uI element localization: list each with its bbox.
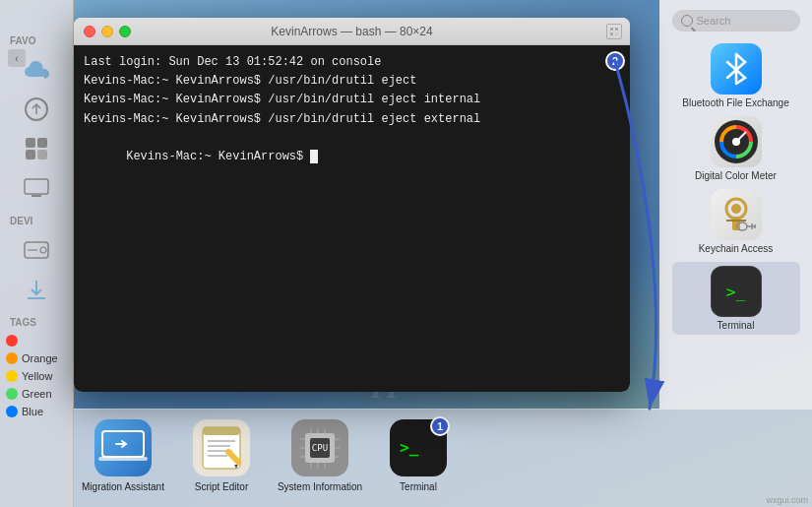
devices-label: Devi [0, 216, 32, 226]
apps-icon [24, 136, 49, 161]
svg-rect-14 [615, 32, 618, 35]
colorimeter-label: Digital Color Meter [695, 170, 777, 181]
tag-blue[interactable]: Blue [0, 405, 73, 418]
favorites-label: Favo [0, 35, 35, 46]
tag-dot-orange [6, 352, 18, 364]
colorimeter-icon [711, 116, 762, 167]
svg-rect-12 [615, 28, 618, 31]
svg-rect-6 [31, 195, 41, 197]
svg-rect-31 [203, 427, 240, 435]
terminal-line-1: Last login: Sun Dec 13 01:52:42 on conso… [84, 53, 620, 72]
dock-item-migration[interactable]: Migration Assistant [74, 413, 172, 497]
dock-item-sysinfo[interactable]: CPU System Information [271, 413, 369, 497]
badge-2: 2 [605, 51, 625, 71]
svg-rect-1 [26, 138, 35, 148]
tag-red[interactable] [0, 334, 73, 348]
app-entry-terminal-panel[interactable]: >_ Terminal [672, 262, 800, 335]
terminal-titlebar: KevinArrows — bash — 80×24 [74, 18, 630, 45]
terminal-panel-label: Terminal [718, 320, 755, 331]
disk-icon [24, 239, 49, 261]
svg-rect-4 [37, 150, 47, 159]
tag-green-label: Green [22, 388, 52, 400]
svg-rect-13 [610, 32, 613, 35]
svg-point-8 [40, 247, 46, 253]
search-icon [681, 15, 693, 27]
keychain-icon [711, 189, 762, 240]
terminal-body[interactable]: Last login: Sun Dec 13 01:52:42 on conso… [74, 45, 630, 392]
downloads-icon [24, 277, 49, 302]
maximize-button[interactable] [119, 26, 131, 37]
svg-rect-3 [26, 150, 35, 159]
minimize-button[interactable] [101, 26, 113, 37]
airdrop-icon [24, 96, 49, 122]
sidebar-item-downloads[interactable] [12, 272, 61, 307]
terminal-window: KevinArrows — bash — 80×24 Last login: S… [74, 18, 630, 392]
cloud-icon [23, 60, 50, 80]
traffic-lights [84, 26, 131, 37]
terminal-dock-label: Terminal [400, 481, 437, 492]
svg-text:CPU: CPU [312, 443, 328, 453]
tag-dot-red [6, 335, 18, 347]
tag-yellow-label: Yellow [22, 370, 52, 382]
tag-green[interactable]: Green [0, 387, 73, 401]
sidebar-collapse-button[interactable]: ‹ [8, 49, 26, 67]
terminal-line-2: Kevins-Mac:~ KevinArrows$ /usr/bin/druti… [84, 72, 620, 91]
search-placeholder: Search [697, 15, 731, 27]
tag-yellow[interactable]: Yellow [0, 369, 73, 383]
bluetooth-label: Bluetooth File Exchange [682, 97, 788, 108]
search-bar[interactable]: Search [672, 10, 800, 32]
tag-orange-label: Orange [22, 352, 58, 364]
app-entry-bluetooth[interactable]: Bluetooth File Exchange [672, 43, 800, 108]
tag-dot-blue [6, 406, 18, 417]
migration-icon [94, 418, 153, 477]
app-entry-colorimeter[interactable]: Digital Color Meter [672, 116, 800, 181]
sidebar-item-airdrop[interactable] [12, 92, 61, 127]
svg-rect-11 [610, 28, 613, 31]
terminal-panel-icon: >_ [711, 266, 762, 317]
finder-sidebar: ‹ Favo Devi [0, 0, 74, 507]
sysinfo-label: System Information [278, 481, 362, 492]
dock-item-script[interactable]: Script Editor [172, 413, 271, 497]
credit-badge: wxgui.com [766, 495, 808, 505]
terminal-cursor [310, 150, 318, 163]
desktop-icon [24, 178, 49, 198]
sidebar-item-disk[interactable] [12, 232, 61, 268]
terminal-title: KevinArrows — bash — 80×24 [271, 25, 432, 38]
resize-icon[interactable] [606, 24, 622, 39]
bluetooth-icon [711, 43, 762, 95]
close-button[interactable] [84, 26, 95, 37]
svg-text:>_: >_ [400, 438, 419, 457]
terminal-line-5: Kevins-Mac:~ KevinArrows$ [84, 129, 620, 186]
tags-label: Tags [0, 317, 36, 328]
tag-blue-label: Blue [22, 406, 43, 417]
svg-rect-28 [98, 457, 148, 461]
script-label: Script Editor [195, 481, 248, 492]
svg-point-19 [731, 204, 741, 214]
migration-label: Migration Assistant [82, 481, 164, 492]
sidebar-item-desktop[interactable] [12, 170, 61, 206]
dock-item-terminal[interactable]: >_ Terminal 1 [369, 413, 468, 497]
keychain-label: Keychain Access [699, 243, 774, 254]
tag-orange[interactable]: Orange [0, 351, 73, 365]
app-entry-keychain[interactable]: Keychain Access [672, 189, 800, 254]
sidebar-item-apps[interactable] [12, 131, 61, 166]
badge-1: 1 [430, 416, 450, 436]
script-icon [192, 418, 251, 477]
terminal-line-3: Kevins-Mac:~ KevinArrows$ /usr/bin/druti… [84, 91, 620, 109]
svg-rect-5 [25, 179, 48, 194]
svg-rect-2 [37, 138, 47, 148]
terminal-line-4: Kevins-Mac:~ KevinArrows$ /usr/bin/druti… [84, 110, 620, 129]
dock-area: Migration Assistant Script Editor [74, 409, 812, 507]
tag-dot-yellow [6, 370, 18, 382]
tag-dot-green [6, 388, 18, 400]
sysinfo-icon: CPU [290, 418, 349, 477]
apps-panel: Search Bluetooth File Exchange Digital C… [659, 0, 812, 409]
